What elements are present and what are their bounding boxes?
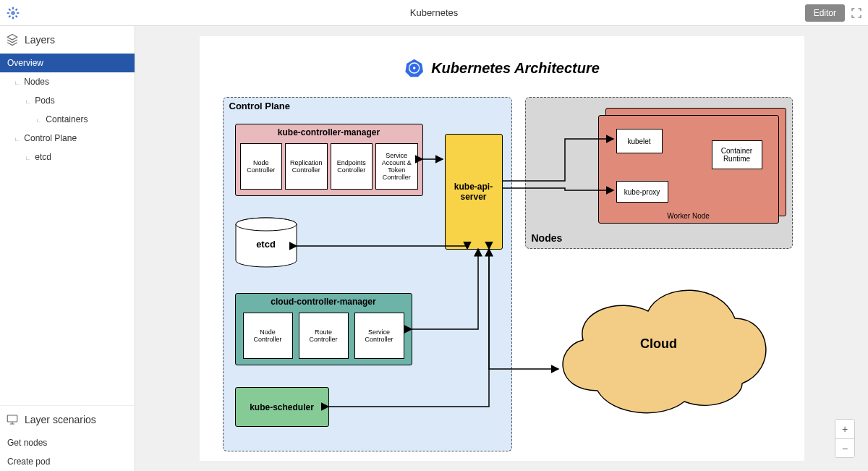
svg-point-6 [236, 218, 297, 231]
scenarios-header: Layer scenarios [0, 406, 135, 433]
editor-button[interactable]: Editor [805, 4, 845, 22]
svg-point-4 [412, 67, 415, 69]
etcd-box: etcd [235, 217, 297, 269]
sidebar: Layers Overview ∟ Nodes ∟ Pods ∟ Contain… [0, 26, 135, 471]
svg-point-0 [12, 12, 14, 14]
worker-node-label: Worker Node [599, 212, 778, 220]
scenario-create-pod[interactable]: Create pod [0, 452, 135, 471]
kube-api-server-box: kube-api-server [445, 134, 503, 250]
scenarios-section: Layer scenarios Get nodes Create pod [0, 405, 135, 471]
topbar: Kubernetes Editor [0, 0, 868, 26]
app-logo [6, 6, 20, 20]
container-runtime-box: Container Runtime [712, 140, 762, 169]
kube-controller-manager-box: kube-controller-manager Node Controller … [235, 124, 423, 196]
control-plane-group: Control Plane kube-controller-manager No… [223, 97, 512, 451]
monitor-icon [6, 413, 19, 426]
service-account-token-controller-box: Service Account & Token Controller [375, 143, 418, 190]
zoom-controls: + − [835, 419, 855, 458]
tree-item-containers[interactable]: ∟ Containers [0, 110, 135, 129]
kube-scheduler-box: kube-scheduler [235, 387, 329, 427]
node-controller-box: Node Controller [240, 143, 283, 190]
zoom-out-button[interactable]: − [835, 438, 854, 457]
tree-item-etcd[interactable]: ∟ etcd [0, 148, 135, 166]
layers-tree: Overview ∟ Nodes ∟ Pods ∟ Containers ∟ C… [0, 54, 135, 166]
kube-controller-manager-label: kube-controller-manager [236, 127, 422, 137]
main-canvas-area: Kubernetes Architecture Control Plane ku… [135, 26, 868, 471]
kubernetes-logo-icon [404, 58, 424, 78]
tree-item-control-plane[interactable]: ∟ Control Plane [0, 129, 135, 148]
ccm-route-controller-box: Route Controller [299, 313, 349, 359]
zoom-in-button[interactable]: + [835, 420, 854, 438]
nodes-label: Nodes [532, 232, 563, 244]
layers-icon [6, 33, 19, 46]
kubelet-box: kubelet [616, 129, 663, 153]
fullscreen-icon[interactable] [851, 7, 862, 19]
ccm-service-controller-box: Service Controller [354, 313, 404, 359]
layers-header: Layers [0, 26, 135, 54]
tree-item-overview[interactable]: Overview [0, 54, 135, 72]
endpoints-controller-box: Endpoints Controller [331, 143, 373, 190]
replication-controller-box: Replication Controller [285, 143, 328, 190]
ccm-node-controller-box: Node Controller [243, 313, 293, 359]
diagram-title: Kubernetes Architecture [404, 58, 600, 78]
nodes-group: Nodes Worker Node kubelet Container Runt… [525, 97, 793, 249]
cloud-box: Cloud [540, 268, 778, 420]
cloud-controller-manager-label: cloud-controller-manager [236, 297, 412, 307]
cloud-controller-manager-box: cloud-controller-manager Node Controller… [235, 293, 412, 365]
scenario-get-nodes[interactable]: Get nodes [0, 433, 135, 452]
page-title: Kubernetes [410, 7, 459, 18]
worker-node-box: Worker Node kubelet Container Runtime ku… [598, 115, 779, 224]
svg-rect-1 [7, 415, 17, 422]
tree-item-nodes[interactable]: ∟ Nodes [0, 72, 135, 91]
tree-item-pods[interactable]: ∟ Pods [0, 91, 135, 110]
control-plane-label: Control Plane [229, 101, 291, 111]
diagram-canvas[interactable]: Kubernetes Architecture Control Plane ku… [200, 36, 804, 461]
kube-proxy-box: kube-proxy [616, 181, 668, 203]
